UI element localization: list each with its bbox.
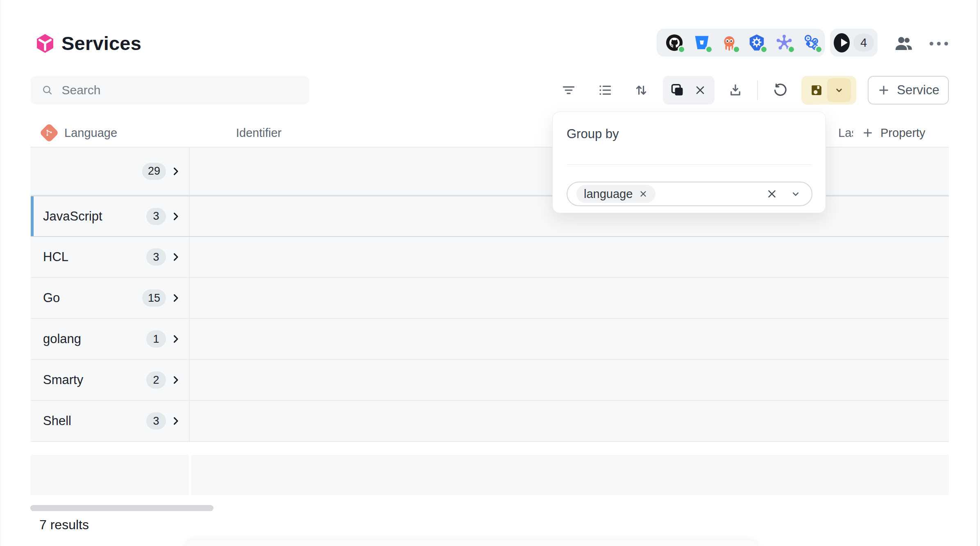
clear-group-by-button[interactable] <box>691 79 710 101</box>
status-dot <box>760 46 768 53</box>
search-bar[interactable] <box>31 76 309 105</box>
chevron-right-icon[interactable] <box>170 251 181 263</box>
chevron-right-icon[interactable] <box>170 292 181 304</box>
empty-row-band <box>31 455 189 495</box>
empty-row-band <box>191 455 949 495</box>
workflow-icon[interactable] <box>802 33 821 52</box>
port-logo-icon <box>34 33 56 54</box>
status-dot <box>815 46 823 53</box>
reset-icon <box>773 82 788 98</box>
group-by-chip[interactable]: language <box>576 185 656 203</box>
column-header-identifier[interactable]: Identifier <box>236 119 281 147</box>
group-label: golang <box>43 332 81 346</box>
chevron-right-icon[interactable] <box>170 166 181 177</box>
group-by-button[interactable] <box>668 79 687 101</box>
status-dot <box>733 46 740 53</box>
add-property-button[interactable]: Property <box>862 119 926 147</box>
group-label: JavaScript <box>43 209 102 224</box>
column-header-truncated[interactable]: Las <box>838 119 853 147</box>
sort-button[interactable] <box>630 79 652 101</box>
column-header-language[interactable]: Language <box>42 119 117 147</box>
save-options-button[interactable] <box>827 78 851 102</box>
runs-button[interactable]: 4 <box>830 29 878 57</box>
remove-chip-icon[interactable] <box>638 189 648 199</box>
search-input[interactable] <box>61 83 299 97</box>
list-icon <box>597 82 613 98</box>
plus-icon <box>877 84 890 97</box>
molecule-icon[interactable] <box>775 33 794 52</box>
save-view-button[interactable] <box>808 79 826 101</box>
results-count: 7 results <box>39 517 89 532</box>
argocd-icon[interactable] <box>720 33 739 52</box>
column-label: Language <box>64 126 117 140</box>
group-count-badge: 3 <box>146 208 166 225</box>
add-property-label: Property <box>880 126 926 140</box>
column-label: Identifier <box>236 126 281 140</box>
add-service-label: Service <box>897 83 939 98</box>
kubernetes-icon[interactable] <box>747 33 766 52</box>
clear-selection-icon[interactable] <box>765 187 779 201</box>
group-by-icon <box>669 82 685 98</box>
table-row[interactable]: Go 15 <box>31 278 949 319</box>
group-count-badge: 29 <box>142 163 166 180</box>
chevron-right-icon[interactable] <box>170 211 181 222</box>
page-title: Services <box>61 32 141 55</box>
github-icon[interactable] <box>665 33 684 52</box>
search-icon <box>41 84 53 97</box>
horizontal-scrollbar[interactable] <box>30 505 213 511</box>
download-icon <box>728 82 743 98</box>
reset-button[interactable] <box>769 79 792 101</box>
group-by-control <box>663 76 715 105</box>
chevron-right-icon[interactable] <box>170 333 181 345</box>
group-count-badge: 3 <box>146 248 166 266</box>
save-icon <box>809 82 824 98</box>
filter-icon <box>561 82 576 98</box>
save-view-control <box>801 76 856 105</box>
table-row[interactable]: HCL 3 <box>31 237 949 278</box>
table-row[interactable]: golang 1 <box>31 319 949 360</box>
more-menu-icon[interactable] <box>925 35 952 52</box>
popover-title: Group by <box>567 127 619 141</box>
group-count-badge: 1 <box>146 330 166 348</box>
group-by-select[interactable]: language <box>567 182 812 206</box>
status-dot <box>787 46 795 53</box>
popover-divider <box>567 164 812 165</box>
git-icon <box>39 123 59 143</box>
chip-label: language <box>584 187 633 201</box>
group-count-badge: 3 <box>146 412 166 430</box>
export-button[interactable] <box>724 79 746 101</box>
users-icon[interactable] <box>893 33 914 53</box>
status-dot <box>678 46 685 53</box>
chevron-right-icon[interactable] <box>170 374 181 386</box>
sort-icon <box>633 82 649 98</box>
table-row[interactable]: Shell 3 <box>31 401 949 442</box>
services-page: Services <box>0 0 980 546</box>
runs-count-badge: 4 <box>853 34 874 52</box>
plus-icon <box>862 127 874 139</box>
play-icon <box>834 33 850 52</box>
filter-button[interactable] <box>558 79 580 101</box>
group-label: HCL <box>43 250 68 264</box>
add-service-button[interactable]: Service <box>868 76 949 105</box>
list-view-button[interactable] <box>594 79 616 101</box>
group-label: Shell <box>43 414 71 428</box>
column-label: Las <box>838 126 853 140</box>
group-by-popover: Group by language <box>552 111 826 213</box>
chevron-right-icon[interactable] <box>170 415 181 427</box>
table-row[interactable]: Smarty 2 <box>31 360 949 401</box>
close-icon <box>694 84 707 97</box>
group-count-badge: 15 <box>142 289 166 307</box>
group-count-badge: 2 <box>146 371 166 389</box>
group-label: Smarty <box>43 373 83 387</box>
window-left-edge <box>0 0 0 546</box>
status-dot <box>705 46 713 53</box>
chevron-down-icon <box>834 85 844 96</box>
toolbar-divider <box>757 80 758 100</box>
integrations-tray <box>657 29 825 57</box>
window-right-edge <box>977 0 978 546</box>
group-label: Go <box>43 291 60 305</box>
bitbucket-icon[interactable] <box>692 33 711 52</box>
bottom-widget-peek <box>184 540 758 546</box>
dropdown-chevron-icon[interactable] <box>789 187 803 201</box>
